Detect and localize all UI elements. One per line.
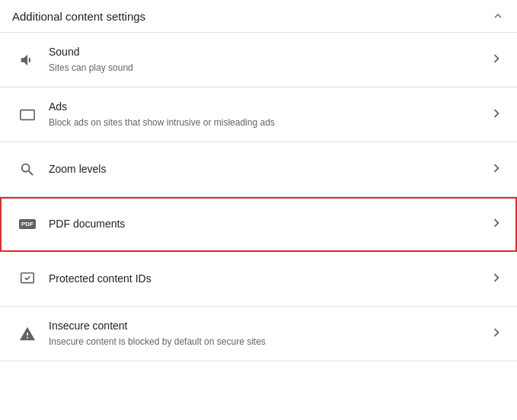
ads-chevron [488, 105, 505, 125]
zoom-chevron [488, 160, 505, 180]
collapse-icon[interactable] [491, 9, 505, 23]
zoom-title: Zoom levels [49, 162, 488, 177]
sound-item[interactable]: Sound Sites can play sound [0, 33, 517, 88]
insecure-item[interactable]: Insecure content Insecure content is blo… [0, 307, 517, 361]
settings-list: Sound Sites can play sound Ads Block ads… [0, 33, 517, 361]
header-title: Additional content settings [12, 10, 145, 23]
ads-title: Ads [49, 100, 488, 115]
zoom-content: Zoom levels [43, 162, 488, 177]
sound-subtitle: Sites can play sound [49, 62, 488, 75]
ads-item[interactable]: Ads Block ads on sites that show intrusi… [0, 88, 517, 142]
protected-content: Protected content IDs [43, 272, 488, 287]
sound-chevron [488, 50, 505, 70]
sound-title: Sound [49, 45, 488, 60]
svg-rect-0 [21, 110, 34, 119]
insecure-content: Insecure content Insecure content is blo… [43, 319, 488, 348]
insecure-icon [12, 326, 43, 342]
sound-icon [12, 52, 43, 68]
pdf-icon: PDF [12, 219, 43, 229]
insecure-title: Insecure content [49, 319, 488, 334]
protected-chevron [488, 269, 505, 289]
protected-item[interactable]: Protected content IDs [0, 252, 517, 307]
pdf-content: PDF documents [43, 217, 488, 232]
insecure-subtitle: Insecure content is blocked by default o… [49, 336, 488, 348]
settings-header[interactable]: Additional content settings [0, 0, 517, 33]
ads-content: Ads Block ads on sites that show intrusi… [43, 100, 488, 129]
ads-subtitle: Block ads on sites that show intrusive o… [49, 116, 488, 129]
pdf-title: PDF documents [49, 217, 488, 232]
zoom-icon [12, 161, 43, 178]
insecure-chevron [488, 324, 505, 344]
pdf-chevron [488, 215, 505, 234]
protected-icon [12, 271, 43, 288]
sound-content: Sound Sites can play sound [43, 45, 488, 74]
protected-title: Protected content IDs [49, 272, 488, 287]
zoom-item[interactable]: Zoom levels [0, 142, 517, 197]
ads-icon [12, 107, 43, 123]
pdf-item[interactable]: PDF PDF documents [0, 197, 517, 252]
